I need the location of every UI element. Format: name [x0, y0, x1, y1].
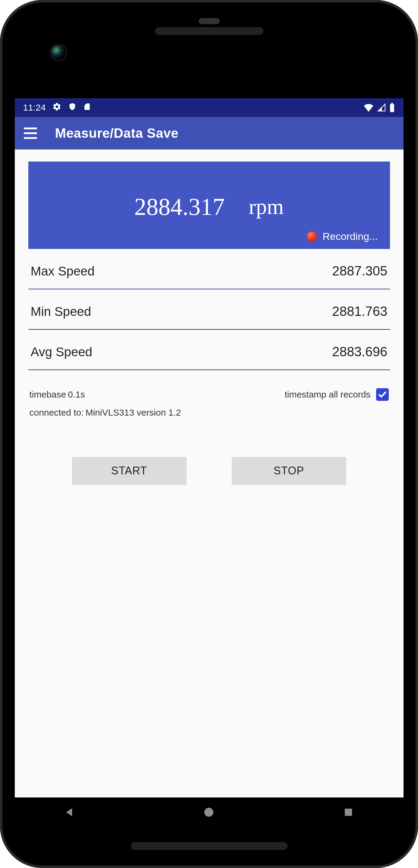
screen: 11:24: [15, 98, 404, 798]
page-title: Measure/Data Save: [55, 126, 179, 141]
stop-button[interactable]: STOP: [232, 457, 346, 485]
stat-row-max: Max Speed 2887.305: [28, 249, 390, 289]
timestamp-label: timestamp all records: [285, 390, 371, 400]
status-bar-right: [363, 103, 395, 113]
content-area: 2884.317 rpm Recording... Max Speed 2887…: [15, 150, 404, 798]
nav-back-button[interactable]: [62, 804, 77, 820]
connected-label: connected to:: [30, 407, 84, 418]
cell-signal-icon: [377, 103, 386, 112]
gear-icon: [53, 102, 62, 113]
phone-speaker-bottom: [131, 842, 288, 850]
menu-icon[interactable]: [24, 127, 37, 139]
timestamp-group: timestamp all records: [285, 388, 388, 401]
stat-label-max: Max Speed: [31, 264, 95, 278]
stat-row-min: Min Speed 2881.763: [28, 289, 390, 330]
shield-icon: [68, 102, 76, 113]
svg-rect-1: [391, 103, 393, 104]
recording-label: Recording...: [322, 230, 378, 242]
timestamp-checkbox[interactable]: [376, 388, 389, 401]
wifi-icon: [363, 103, 374, 112]
status-bar-left: 11:24: [23, 102, 91, 113]
stat-value-max: 2887.305: [332, 264, 388, 278]
android-nav-bar: [0, 796, 418, 829]
connected-row: connected to: MiniVLS313 version 1.2: [30, 407, 389, 418]
stat-label-min: Min Speed: [31, 304, 91, 319]
record-dot-icon: [307, 231, 317, 242]
status-bar: 11:24: [15, 98, 404, 117]
timebase-label: timebase: [30, 390, 66, 400]
stat-value-avg: 2883.696: [332, 344, 388, 359]
phone-frame: 11:24: [0, 0, 418, 868]
nav-home-button[interactable]: [201, 804, 217, 820]
settings-block: timebase 0.1s timestamp all records conn…: [28, 370, 390, 418]
reading-panel: 2884.317 rpm Recording...: [28, 161, 390, 249]
svg-point-2: [204, 808, 213, 817]
button-row: START STOP: [28, 457, 390, 485]
svg-rect-0: [390, 104, 394, 112]
app-bar: Measure/Data Save: [15, 117, 404, 150]
timebase-group: timebase 0.1s: [30, 390, 85, 400]
connected-value: MiniVLS313 version 1.2: [86, 407, 181, 418]
nav-recent-button[interactable]: [341, 804, 356, 820]
stat-row-avg: Avg Speed 2883.696: [28, 330, 390, 370]
battery-icon: [389, 103, 395, 113]
stat-value-min: 2881.763: [332, 304, 388, 319]
reading-value: 2884.317: [134, 193, 225, 221]
recording-indicator: Recording...: [307, 230, 378, 242]
sd-card-icon: [83, 102, 91, 113]
front-camera: [51, 45, 66, 60]
status-time: 11:24: [23, 102, 46, 113]
phone-earpiece-top: [155, 27, 263, 35]
phone-notch: [199, 18, 220, 24]
svg-rect-3: [345, 809, 352, 816]
stat-label-avg: Avg Speed: [31, 345, 93, 359]
start-button[interactable]: START: [72, 457, 187, 485]
check-icon: [378, 390, 387, 399]
reading-unit: rpm: [249, 194, 284, 219]
timebase-value: 0.1s: [68, 390, 85, 400]
